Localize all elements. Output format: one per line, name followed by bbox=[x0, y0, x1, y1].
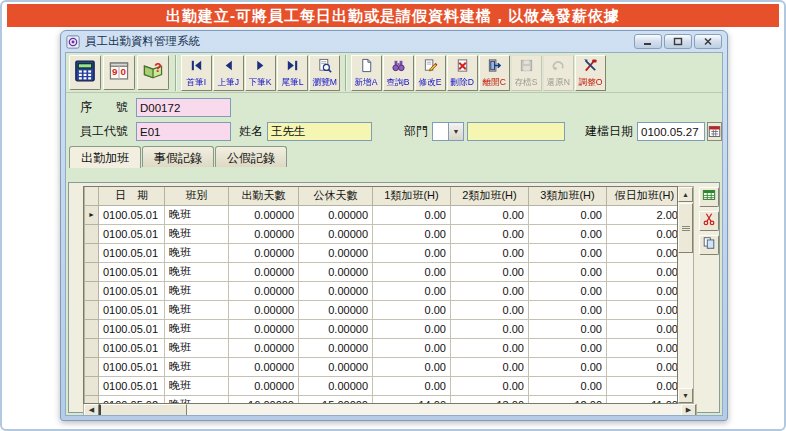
nav-prev-button[interactable]: 上筆J bbox=[213, 55, 244, 91]
action-tools-button[interactable]: 調整O bbox=[575, 55, 606, 91]
cell[interactable]: 晚班 bbox=[165, 262, 229, 281]
cell[interactable]: 晚班 bbox=[165, 205, 229, 224]
cell[interactable]: 0.00 bbox=[529, 338, 607, 357]
cell[interactable]: 0.00000 bbox=[299, 224, 373, 243]
cell[interactable]: 0.00 bbox=[529, 357, 607, 376]
cell[interactable]: 晚班 bbox=[165, 357, 229, 376]
cell[interactable]: 0.00 bbox=[607, 300, 679, 319]
cell[interactable]: 0.00 bbox=[451, 243, 529, 262]
nav-browse-button[interactable]: 瀏覽M bbox=[309, 55, 340, 91]
cell[interactable]: 0.00 bbox=[529, 224, 607, 243]
row-selector-cell[interactable] bbox=[85, 224, 99, 243]
cell[interactable]: 0.00 bbox=[451, 319, 529, 338]
action-exit-button[interactable]: 離開C bbox=[479, 55, 510, 91]
cell[interactable]: 0.00 bbox=[451, 300, 529, 319]
cell[interactable]: 0.00 bbox=[607, 262, 679, 281]
employee-code-input[interactable] bbox=[136, 122, 231, 141]
cell[interactable]: 0.00000 bbox=[229, 205, 299, 224]
minimize-button[interactable] bbox=[634, 34, 662, 49]
horizontal-scroll-thumb[interactable] bbox=[99, 404, 187, 416]
cell[interactable]: 晚班 bbox=[165, 319, 229, 338]
cell[interactable]: 0.00 bbox=[451, 205, 529, 224]
cell[interactable]: 晚班 bbox=[165, 300, 229, 319]
action-edit-button[interactable]: 修改E bbox=[415, 55, 446, 91]
vertical-scroll-track[interactable] bbox=[678, 253, 693, 388]
row-selector-cell[interactable] bbox=[85, 243, 99, 262]
cell[interactable]: 0100.05.01 bbox=[99, 338, 165, 357]
calculator-button[interactable] bbox=[69, 55, 101, 90]
grid-button[interactable] bbox=[699, 187, 719, 207]
cell[interactable]: 0.00 bbox=[373, 281, 451, 300]
chevron-down-icon[interactable]: ▼ bbox=[448, 123, 463, 140]
cell[interactable]: 0.00 bbox=[607, 319, 679, 338]
cell[interactable]: 2.00 bbox=[607, 205, 679, 224]
action-find-button[interactable]: 查詢B bbox=[383, 55, 414, 91]
cell[interactable]: 0.00 bbox=[451, 281, 529, 300]
cell[interactable]: 0.00000 bbox=[229, 319, 299, 338]
action-save-button[interactable]: 存檔S bbox=[511, 55, 542, 91]
cell[interactable]: 0.00 bbox=[607, 243, 679, 262]
row-selector-cell[interactable] bbox=[85, 319, 99, 338]
horizontal-scrollbar[interactable]: ◀ ▶ bbox=[83, 404, 697, 416]
cell[interactable]: 晚班 bbox=[165, 338, 229, 357]
horizontal-scroll-track[interactable] bbox=[187, 404, 681, 416]
tab-3[interactable]: 公假記錄 bbox=[215, 146, 287, 167]
cell[interactable]: 12.00 bbox=[529, 395, 607, 404]
row-selector-cell[interactable] bbox=[85, 357, 99, 376]
cell[interactable]: 0.00000 bbox=[229, 281, 299, 300]
cell[interactable]: 0.00000 bbox=[299, 300, 373, 319]
cell[interactable]: 晚班 bbox=[165, 376, 229, 395]
cell[interactable]: 0100.05.01 bbox=[99, 376, 165, 395]
cell[interactable]: 0100.05.01 bbox=[99, 205, 165, 224]
nav-first-button[interactable]: 首筆I bbox=[181, 55, 212, 91]
cell[interactable]: 0.00 bbox=[373, 224, 451, 243]
row-selector-cell[interactable] bbox=[85, 338, 99, 357]
row-selector-cell[interactable] bbox=[85, 281, 99, 300]
action-delete-button[interactable]: 刪除D bbox=[447, 55, 478, 91]
cell[interactable]: 0.00000 bbox=[229, 376, 299, 395]
date-picker-button[interactable] bbox=[707, 122, 722, 141]
cell[interactable]: 0100.05.01 bbox=[99, 300, 165, 319]
cell[interactable]: 0.00000 bbox=[299, 243, 373, 262]
cell[interactable]: 0.00000 bbox=[229, 357, 299, 376]
cell[interactable]: 晚班 bbox=[165, 224, 229, 243]
cell[interactable]: 15.00000 bbox=[299, 395, 373, 404]
cell[interactable]: 0.00 bbox=[529, 376, 607, 395]
help-button[interactable]: ? bbox=[137, 55, 169, 90]
name-input[interactable] bbox=[267, 122, 372, 141]
nav-next-button[interactable]: 下筆K bbox=[245, 55, 276, 91]
cell[interactable]: 0100.05.01 bbox=[99, 262, 165, 281]
cell[interactable]: 0.00 bbox=[529, 300, 607, 319]
cell[interactable]: 晚班 bbox=[165, 281, 229, 300]
cell[interactable]: 0.00 bbox=[529, 243, 607, 262]
nav-last-button[interactable]: 尾筆L bbox=[277, 55, 308, 91]
cell[interactable]: 0100.05.01 bbox=[99, 281, 165, 300]
cell[interactable]: 0.00 bbox=[373, 376, 451, 395]
close-button[interactable] bbox=[694, 34, 722, 49]
cell[interactable]: 0100.05.02 bbox=[99, 395, 165, 404]
scroll-right-icon[interactable]: ▶ bbox=[681, 404, 696, 416]
row-selector-cell[interactable] bbox=[85, 376, 99, 395]
copy-button[interactable] bbox=[699, 235, 719, 255]
vertical-scrollbar[interactable]: ▲ ▼ bbox=[678, 186, 694, 404]
cell[interactable]: 晚班 bbox=[165, 395, 229, 404]
row-selector-cell[interactable] bbox=[85, 300, 99, 319]
cell[interactable]: 0.00 bbox=[451, 262, 529, 281]
cell[interactable]: 0.00000 bbox=[229, 262, 299, 281]
cell[interactable]: 13.00 bbox=[451, 395, 529, 404]
cell[interactable]: 0.00 bbox=[373, 357, 451, 376]
cell[interactable]: 0.00000 bbox=[299, 205, 373, 224]
cell[interactable]: 0.00 bbox=[451, 338, 529, 357]
tab-2[interactable]: 事假記錄 bbox=[142, 146, 214, 167]
cell[interactable]: 0.00000 bbox=[229, 338, 299, 357]
cell[interactable]: 0100.05.01 bbox=[99, 357, 165, 376]
window-titlebar[interactable]: 員工出勤資料管理系統 bbox=[61, 31, 727, 52]
cell[interactable]: 0.00 bbox=[607, 224, 679, 243]
cell[interactable]: 0.00 bbox=[373, 319, 451, 338]
cell[interactable]: 14.00 bbox=[373, 395, 451, 404]
created-date-input[interactable] bbox=[637, 122, 705, 141]
maximize-button[interactable] bbox=[664, 34, 692, 49]
cell[interactable]: 0.00 bbox=[451, 376, 529, 395]
cell[interactable]: 0.00000 bbox=[299, 357, 373, 376]
cell[interactable]: 0.00 bbox=[451, 357, 529, 376]
